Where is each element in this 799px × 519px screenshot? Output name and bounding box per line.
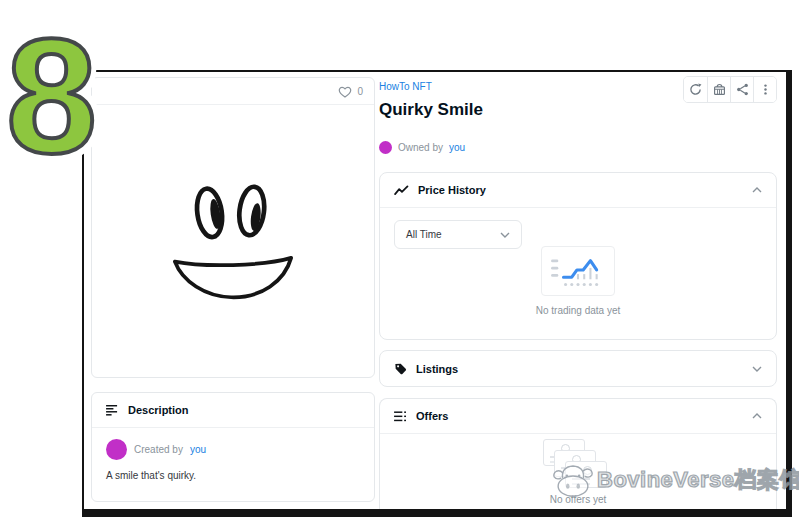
price-history-empty-text: No trading data yet — [380, 305, 776, 316]
price-history-label: Price History — [418, 184, 486, 196]
offers-label: Offers — [416, 410, 448, 422]
heart-icon[interactable] — [338, 85, 352, 98]
action-toolbar — [683, 76, 777, 103]
offers-empty-illustration — [543, 439, 613, 497]
share-button[interactable] — [730, 77, 753, 102]
offers-panel: Offers No offers yet — [379, 398, 777, 509]
refresh-icon — [689, 83, 702, 96]
gift-icon — [713, 83, 726, 96]
price-history-content: All Time — [380, 208, 776, 340]
offers-header[interactable]: Offers — [380, 399, 776, 434]
creator-link[interactable]: you — [190, 444, 206, 455]
chevron-down-icon — [752, 366, 762, 372]
tag-icon — [394, 362, 407, 375]
description-body: Created by you A smile that's quirky. — [92, 428, 374, 492]
quirky-smile-artwork — [158, 175, 308, 307]
description-text: A smile that's quirky. — [106, 470, 360, 481]
description-label: Description — [128, 404, 189, 416]
description-panel: Description Created by you A smile that'… — [91, 392, 375, 502]
listings-label: Listings — [416, 363, 458, 375]
collection-link[interactable]: HowTo NFT — [379, 81, 432, 92]
chevron-down-icon — [500, 232, 510, 238]
screenshot-frame: 0 — [82, 70, 792, 517]
owner-avatar[interactable] — [379, 141, 392, 154]
description-header[interactable]: Description — [92, 393, 374, 428]
offers-content: No offers yet — [380, 434, 776, 508]
owner-link[interactable]: you — [449, 142, 465, 153]
nft-media-card: 0 — [91, 77, 375, 378]
listings-header[interactable]: Listings — [380, 351, 776, 386]
favorites-count: 0 — [357, 86, 363, 97]
empty-chart-illustration — [541, 246, 615, 296]
nft-image[interactable] — [92, 105, 374, 377]
kebab-menu-icon — [759, 83, 772, 96]
time-range-value: All Time — [406, 229, 442, 240]
price-history-header[interactable]: Price History — [380, 173, 776, 208]
time-range-select[interactable]: All Time — [394, 220, 522, 249]
chevron-up-icon — [752, 187, 762, 193]
transfer-button[interactable] — [707, 77, 730, 102]
nft-detail-page: 0 — [84, 72, 786, 509]
chevron-up-icon — [752, 413, 762, 419]
page-canvas: 0 — [0, 0, 799, 519]
line-chart-icon — [394, 185, 409, 196]
overlay-number: 8 — [6, 14, 97, 178]
page-title: Quirky Smile — [379, 100, 483, 120]
created-by-label: Created by — [134, 444, 183, 455]
listings-panel: Listings — [379, 350, 777, 387]
owned-by-label: Owned by — [398, 142, 443, 153]
share-icon — [736, 83, 749, 96]
creator-avatar[interactable] — [106, 439, 127, 460]
mini-chart-icon — [549, 252, 607, 290]
owner-row: Owned by you — [379, 141, 465, 154]
creator-row: Created by you — [106, 439, 360, 460]
list-icon — [394, 411, 407, 422]
text-align-icon — [106, 405, 119, 416]
price-history-panel: Price History All Time — [379, 172, 777, 340]
more-options-button[interactable] — [753, 77, 776, 102]
favorite-row[interactable]: 0 — [92, 78, 374, 105]
offers-empty-text: No offers yet — [380, 494, 776, 505]
refresh-button[interactable] — [684, 77, 707, 102]
